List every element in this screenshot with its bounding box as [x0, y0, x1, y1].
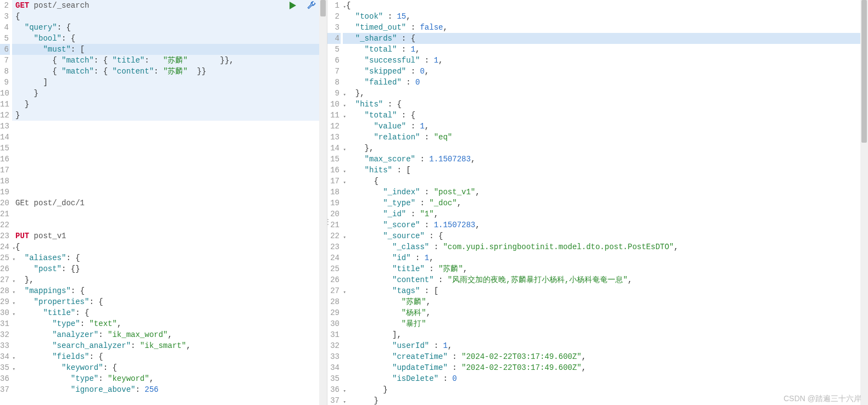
- code-line[interactable]: [12, 165, 327, 176]
- code-line[interactable]: "failed" : 0: [343, 77, 868, 88]
- code-line[interactable]: "id" : 1,: [343, 252, 868, 263]
- code-line[interactable]: { "match": { "title": "苏麟" }},: [12, 55, 327, 66]
- gutter-line: 3: [327, 22, 341, 33]
- code-line[interactable]: [12, 154, 327, 165]
- gutter-line: 20: [0, 198, 10, 209]
- code-line[interactable]: "_score" : 1.1507283,: [343, 220, 868, 230]
- code-line[interactable]: "hits" : {: [343, 99, 868, 110]
- code-line[interactable]: [12, 220, 327, 230]
- code-line[interactable]: "fields": {: [12, 351, 327, 362]
- gutter-line: 26: [0, 263, 10, 274]
- code-line[interactable]: }: [12, 110, 327, 121]
- code-line[interactable]: {: [12, 11, 327, 22]
- gutter-line: 1▾: [327, 0, 341, 11]
- code-line[interactable]: [12, 143, 327, 154]
- code-line[interactable]: "relation" : "eq": [343, 132, 868, 143]
- code-editor-left[interactable]: GET post/_search{ "query": { "bool": { "…: [12, 0, 327, 395]
- code-line[interactable]: "bool": {: [12, 33, 327, 44]
- line-gutter-right: 1▾234▾56789▾10▾11▾121314▾1516▾17▾1819202…: [327, 0, 343, 405]
- gutter-line: 30: [327, 318, 341, 329]
- code-line[interactable]: [12, 132, 327, 143]
- gutter-line: 9▾: [0, 77, 10, 88]
- code-line[interactable]: "post": {}: [12, 263, 327, 274]
- run-button[interactable]: [288, 1, 298, 11]
- code-line[interactable]: "mappings": {: [12, 285, 327, 296]
- code-line[interactable]: "tags" : [: [343, 285, 868, 296]
- code-line[interactable]: },: [343, 143, 868, 154]
- code-line[interactable]: "total" : {: [343, 110, 868, 121]
- code-line[interactable]: PUT post_v1: [12, 230, 327, 241]
- scrollbar-left[interactable]: [319, 0, 327, 405]
- code-line[interactable]: "keyword": {: [12, 362, 327, 373]
- code-line[interactable]: "苏麟",: [343, 296, 868, 307]
- code-line[interactable]: "skipped" : 0,: [343, 66, 868, 77]
- code-line[interactable]: "query": {: [12, 22, 327, 33]
- code-line[interactable]: "isDelete" : 0: [343, 373, 868, 384]
- code-line[interactable]: GEt post/_doc/1: [12, 198, 327, 209]
- gutter-line: 10▾: [327, 99, 341, 110]
- code-line[interactable]: }: [12, 99, 327, 110]
- code-line[interactable]: GET post/_search: [12, 0, 327, 11]
- gutter-line: 36: [0, 373, 10, 384]
- code-line[interactable]: "userId" : 1,: [343, 340, 868, 351]
- code-line[interactable]: "createTime" : "2024-02-22T03:17:49.600Z…: [343, 351, 868, 362]
- code-line[interactable]: "value" : 1,: [343, 121, 868, 132]
- code-line[interactable]: "max_score" : 1.1507283,: [343, 154, 868, 165]
- gutter-line: 13: [327, 132, 341, 143]
- code-line[interactable]: "type": "text",: [12, 318, 327, 329]
- code-line[interactable]: "content" : "风雨交加的夜晚,苏麟暴打小杨科,小杨科奄奄一息",: [343, 274, 868, 285]
- code-line[interactable]: "hits" : [: [343, 165, 868, 176]
- gutter-line: 31: [0, 318, 10, 329]
- code-line[interactable]: "杨科",: [343, 307, 868, 318]
- code-line[interactable]: ]: [12, 77, 327, 88]
- code-line[interactable]: "successful" : 1,: [343, 55, 868, 66]
- code-line[interactable]: "_class" : "com.yupi.springbootinit.mode…: [343, 241, 868, 252]
- scrollbar-right[interactable]: [860, 0, 868, 405]
- code-line[interactable]: "_shards" : {: [343, 33, 868, 44]
- code-line[interactable]: "_source" : {: [343, 230, 868, 241]
- code-line[interactable]: "暴打": [343, 318, 868, 329]
- code-line[interactable]: "aliases": {: [12, 252, 327, 263]
- gutter-line: 23: [0, 230, 10, 241]
- code-line[interactable]: ],: [343, 329, 868, 340]
- code-line[interactable]: { "match": { "content": "苏麟" }}: [12, 66, 327, 77]
- code-line[interactable]: "took" : 15,: [343, 11, 868, 22]
- gutter-line: 21: [327, 220, 341, 230]
- code-line[interactable]: "_id" : "1",: [343, 209, 868, 220]
- code-line[interactable]: "updateTime" : "2024-02-22T03:17:49.600Z…: [343, 362, 868, 373]
- code-line[interactable]: [12, 187, 327, 198]
- code-line[interactable]: {: [12, 241, 327, 252]
- code-line[interactable]: [12, 209, 327, 220]
- code-line[interactable]: "title" : "苏麟",: [343, 263, 868, 274]
- gutter-line: 5▾: [0, 33, 10, 44]
- code-line[interactable]: "_index" : "post_v1",: [343, 187, 868, 198]
- gutter-line: 16▾: [327, 165, 341, 176]
- gutter-line: 10▾: [0, 88, 10, 99]
- gutter-line: 7: [0, 55, 10, 66]
- code-line[interactable]: "title": {: [12, 307, 327, 318]
- svg-marker-0: [290, 2, 296, 9]
- code-line[interactable]: },: [343, 88, 868, 99]
- code-line[interactable]: "must": [: [12, 44, 327, 55]
- gutter-line: 12: [327, 121, 341, 132]
- code-line[interactable]: "_type" : "_doc",: [343, 198, 868, 209]
- code-line[interactable]: [12, 176, 327, 187]
- code-line[interactable]: "type": "keyword",: [12, 373, 327, 384]
- code-line[interactable]: {: [343, 176, 868, 187]
- gutter-line: 11▾: [0, 99, 10, 110]
- code-viewer-right[interactable]: { "took" : 15, "timed_out" : false, "_sh…: [343, 0, 868, 405]
- code-line[interactable]: "search_analyzer": "ik_smart",: [12, 340, 327, 351]
- code-line[interactable]: "total" : 1,: [343, 44, 868, 55]
- gutter-line: 25: [327, 263, 341, 274]
- code-line[interactable]: "analyzer": "ik_max_word",: [12, 329, 327, 340]
- gutter-line: 22▾: [327, 230, 341, 241]
- code-line[interactable]: [12, 121, 327, 132]
- code-line[interactable]: {: [343, 0, 868, 11]
- code-line[interactable]: "ignore_above": 256: [12, 384, 327, 395]
- code-line[interactable]: },: [12, 274, 327, 285]
- code-line[interactable]: "properties": {: [12, 296, 327, 307]
- gutter-line: 8: [327, 77, 341, 88]
- code-line[interactable]: }: [12, 88, 327, 99]
- wrench-icon[interactable]: [307, 1, 317, 11]
- code-line[interactable]: "timed_out" : false,: [343, 22, 868, 33]
